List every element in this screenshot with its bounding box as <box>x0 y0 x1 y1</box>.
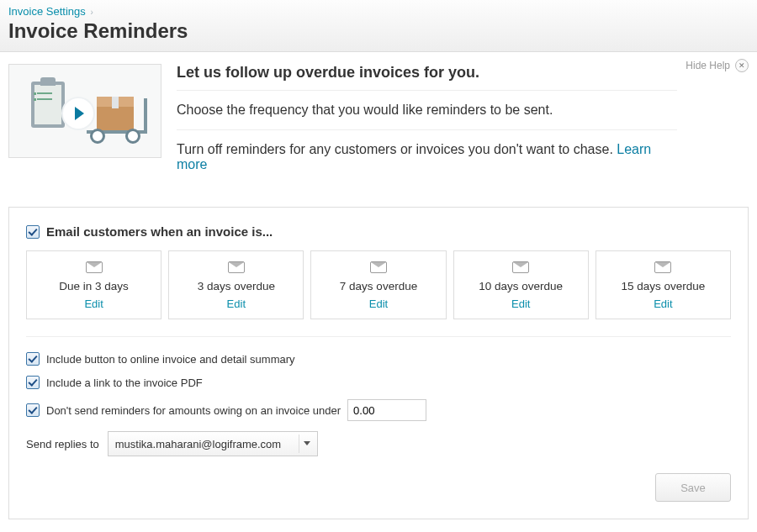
help-line-frequency: Choose the frequency that you would like… <box>177 97 677 123</box>
help-panel: Let us follow up overdue invoices for yo… <box>0 52 686 186</box>
reminder-card: 10 days overdue Edit <box>453 250 589 319</box>
envelope-icon <box>512 261 529 273</box>
min-amount-label: Don't send reminders for amounts owing o… <box>46 404 341 417</box>
envelope-icon <box>86 261 103 273</box>
hide-help-button[interactable]: Hide Help ✕ <box>686 59 749 72</box>
reminder-card: 15 days overdue Edit <box>596 250 731 319</box>
reminder-card-label: 7 days overdue <box>318 280 438 292</box>
reminder-card-label: 15 days overdue <box>603 280 723 292</box>
help-line-turnoff-text: Turn off reminders for any customers or … <box>177 142 617 156</box>
envelope-icon <box>228 261 245 273</box>
include-button-label: Include button to online invoice and det… <box>46 353 295 366</box>
min-amount-input[interactable] <box>347 399 426 421</box>
close-icon: ✕ <box>735 59 749 72</box>
send-replies-value: mustika.maharani@logiframe.com <box>115 438 281 450</box>
help-illustration[interactable] <box>8 64 161 158</box>
reminder-card-label: 3 days overdue <box>176 280 296 292</box>
include-pdf-label: Include a link to the invoice PDF <box>46 377 203 389</box>
breadcrumb-parent-link[interactable]: Invoice Settings <box>8 5 86 18</box>
reminder-card-label: 10 days overdue <box>461 280 581 292</box>
breadcrumb-caret-icon: › <box>90 8 93 17</box>
page-title: Invoice Reminders <box>8 19 749 43</box>
send-replies-select[interactable]: mustika.maharani@logiframe.com <box>108 431 318 456</box>
save-button[interactable]: Save <box>655 473 731 502</box>
settings-panel: Email customers when an invoice is... Du… <box>8 207 749 519</box>
reminder-card: 3 days overdue Edit <box>168 250 304 319</box>
reminder-edit-link[interactable]: Edit <box>369 298 388 310</box>
reminder-card-label: Due in 3 days <box>34 280 154 292</box>
email-customers-checkbox[interactable] <box>26 225 40 239</box>
chevron-down-icon <box>304 441 310 445</box>
reminder-edit-link[interactable]: Edit <box>227 298 246 310</box>
include-button-checkbox[interactable] <box>26 352 40 366</box>
reminder-edit-link[interactable]: Edit <box>84 298 103 310</box>
help-line-turnoff: Turn off reminders for any customers or … <box>177 137 677 177</box>
reminder-card: 7 days overdue Edit <box>310 250 446 319</box>
reminder-card: Due in 3 days Edit <box>26 250 161 319</box>
email-customers-label: Email customers when an invoice is... <box>46 224 273 239</box>
page-header: Invoice Settings › Invoice Reminders <box>0 0 757 52</box>
help-heading: Let us follow up overdue invoices for yo… <box>177 64 677 82</box>
play-icon <box>63 98 93 129</box>
send-replies-label: Send replies to <box>26 438 99 450</box>
include-pdf-checkbox[interactable] <box>26 376 40 389</box>
reminder-cards: Due in 3 days Edit 3 days overdue Edit 7… <box>26 250 731 319</box>
hide-help-label: Hide Help <box>686 60 730 71</box>
reminder-edit-link[interactable]: Edit <box>511 298 530 310</box>
reminder-edit-link[interactable]: Edit <box>654 298 672 310</box>
envelope-icon <box>370 261 387 273</box>
envelope-icon <box>654 261 671 273</box>
min-amount-checkbox[interactable] <box>26 403 40 417</box>
